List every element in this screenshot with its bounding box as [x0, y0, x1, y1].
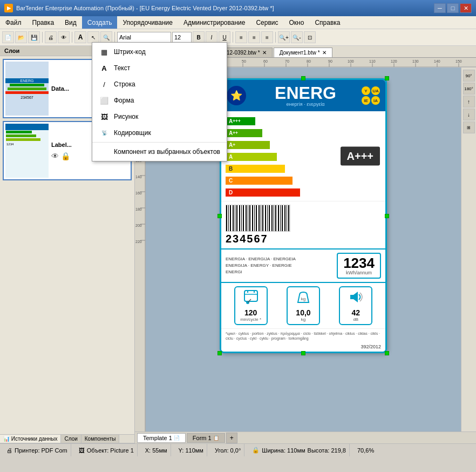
- add-tab-button[interactable]: +: [226, 433, 237, 443]
- open-btn[interactable]: 📂: [15, 31, 27, 43]
- minimize-button[interactable]: ─: [434, 3, 446, 13]
- menu-help[interactable]: Справка: [309, 16, 345, 29]
- energy-text-line3: ENERGI: [226, 269, 296, 275]
- menu-edit[interactable]: Правка: [27, 16, 60, 29]
- underline-btn[interactable]: U: [219, 31, 230, 43]
- handle-tr[interactable]: [385, 76, 389, 80]
- handle-tc[interactable]: [301, 76, 305, 80]
- menu-window[interactable]: Окно: [284, 16, 310, 29]
- create-shape-label: Форма: [114, 97, 134, 104]
- handle-ml[interactable]: [217, 214, 222, 218]
- svg-text:150: 150: [455, 59, 462, 63]
- create-text-item[interactable]: A Текст: [92, 60, 227, 76]
- preview-btn[interactable]: 👁: [58, 31, 70, 43]
- svg-text:130: 130: [412, 59, 419, 63]
- bold-btn[interactable]: B: [193, 31, 205, 43]
- create-barcode-item[interactable]: ▦ Штрих-код: [92, 44, 227, 60]
- specs-row: 120 min/cycle * kg: [221, 282, 385, 328]
- fit-btn[interactable]: ⊡: [304, 31, 316, 43]
- form-1-tab[interactable]: Form 1 📋: [187, 433, 225, 443]
- zoom-out-btn[interactable]: 🔍-: [291, 31, 303, 43]
- sep1: [42, 32, 43, 43]
- sep4: [233, 32, 233, 43]
- handle-br[interactable]: [385, 351, 389, 355]
- datasources-tab[interactable]: 📊 Источники данных: [0, 435, 61, 443]
- spec-noise-val: 42: [343, 308, 368, 317]
- zoom-tool[interactable]: 🔍: [100, 31, 112, 43]
- handle-mr[interactable]: [385, 214, 389, 218]
- spec-time-icon: [239, 289, 263, 307]
- maximize-button[interactable]: □: [447, 3, 459, 13]
- status-object: 🖼 Объект: Picture 1: [76, 444, 138, 456]
- template-1-tab[interactable]: Template 1 📄: [137, 433, 186, 443]
- text-tool[interactable]: A: [74, 31, 86, 43]
- handle-bl[interactable]: [217, 351, 222, 355]
- menu-arrange[interactable]: Упорядочивание: [117, 16, 178, 29]
- kwh-unit: kWh/annum: [343, 270, 375, 275]
- align-center-btn[interactable]: ≡: [248, 31, 260, 43]
- menu-service[interactable]: Сервис: [250, 16, 283, 29]
- status-printer-text: Принтер: PDF Com: [15, 447, 67, 454]
- tab-doc1[interactable]: Документ1.btw * ✕: [274, 48, 332, 57]
- shape-icon: ⬜: [99, 95, 110, 106]
- flag-row-2: IE IA: [362, 96, 380, 105]
- create-encoder-item[interactable]: 📡 Кодировщик: [92, 125, 227, 141]
- create-text-label: Текст: [114, 64, 130, 72]
- create-picture-item[interactable]: 🖼 Рисунок: [92, 109, 227, 125]
- align-right-btn[interactable]: ≡: [261, 31, 273, 43]
- new-btn[interactable]: 📄: [2, 31, 14, 43]
- menu-admin[interactable]: Администрирование: [178, 16, 250, 29]
- panel-bottom: 📊 Источники данных Слои Компоненты: [0, 434, 134, 443]
- font-name-input[interactable]: [117, 32, 171, 43]
- barcode-icon: ▦: [99, 46, 110, 57]
- kwh-value: 1234: [343, 256, 375, 270]
- main-area: Слои ENERG 234567 Data...: [0, 46, 476, 443]
- svg-text:160: 160: [135, 191, 142, 195]
- zoom-in-btn[interactable]: 🔍+: [278, 31, 290, 43]
- spec-noise-icon: [343, 289, 368, 307]
- menu-view[interactable]: Вид: [59, 16, 82, 29]
- window-controls[interactable]: ─ □ ✕: [434, 3, 472, 13]
- energy-scale: A+++ A++ A+: [221, 111, 385, 201]
- layers-tab[interactable]: Слои: [61, 435, 81, 443]
- print-btn[interactable]: 🖨: [45, 31, 57, 43]
- flag-y: Y: [362, 86, 370, 95]
- menu-create[interactable]: Создать: [82, 16, 118, 29]
- italic-btn[interactable]: I: [206, 31, 217, 43]
- tool-arrow-up-btn[interactable]: ↑: [463, 96, 475, 107]
- energy-text-line1: ENERGIA · ENERGIJA · ENERGEIA: [226, 256, 296, 262]
- reg-number: 392/2012: [221, 343, 385, 352]
- scale-label-d: D: [226, 188, 300, 197]
- encoder-icon: 📡: [99, 127, 110, 138]
- svg-text:70: 70: [285, 59, 289, 63]
- spec-weight-icon: kg: [291, 289, 316, 307]
- toolbar-row-1: 📄 📂 💾 🖨 👁 A ↖ 🔍 B I U ≡ ≡ ≡ 🔍+ 🔍- ⊡: [2, 30, 474, 44]
- select-tool[interactable]: ↖: [87, 31, 99, 43]
- close-button[interactable]: ✕: [460, 3, 472, 13]
- svg-text:kg: kg: [301, 296, 305, 301]
- scale-bar-c: C: [226, 175, 381, 186]
- sep3: [114, 32, 115, 43]
- tool-rotate-180-btn[interactable]: 180°: [463, 83, 475, 95]
- status-dimensions: 🔒 Ширина: 110мм Высота: 219,8: [249, 444, 350, 456]
- create-component-item[interactable]: Компонент из выбранных объектов: [92, 144, 227, 160]
- tool-rotate-90-btn[interactable]: 90°: [463, 70, 475, 82]
- menu-file[interactable]: Файл: [0, 16, 27, 29]
- font-size-input[interactable]: [172, 32, 192, 43]
- label-container[interactable]: ⭐ ENERG енергія · ενεργεία Y UA: [220, 78, 387, 353]
- title-bar: ▶ BarTender Enterprise Automation (Пробн…: [0, 0, 476, 16]
- tool-fit-width-btn[interactable]: ⊞: [463, 122, 475, 133]
- create-line-item[interactable]: / Строка: [92, 76, 227, 92]
- menu-separator: [92, 142, 227, 143]
- components-tab[interactable]: Компоненты: [81, 435, 120, 443]
- datasources-icon: 📊: [3, 436, 10, 442]
- lock-icon: 🔒: [61, 152, 70, 160]
- tab-eu-close-icon[interactable]: ✕: [262, 50, 267, 56]
- handle-bc[interactable]: [301, 351, 305, 355]
- tab-doc1-close-icon[interactable]: ✕: [322, 50, 327, 56]
- save-btn[interactable]: 💾: [28, 31, 40, 43]
- align-left-btn[interactable]: ≡: [235, 31, 247, 43]
- picture-icon: 🖼: [99, 111, 110, 122]
- create-shape-item[interactable]: ⬜ Форма: [92, 92, 227, 109]
- tool-arrow-down-btn[interactable]: ↓: [463, 109, 475, 120]
